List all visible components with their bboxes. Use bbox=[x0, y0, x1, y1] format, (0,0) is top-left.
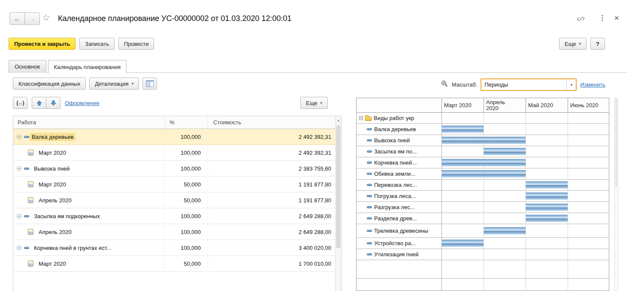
arrow-up-icon bbox=[36, 100, 42, 106]
gantt-row[interactable]: Утилизация пней bbox=[357, 249, 609, 260]
chevron-down-icon: ▾ bbox=[579, 42, 581, 46]
gantt-row[interactable]: Разгрузка лес... bbox=[357, 202, 609, 213]
change-scale-link[interactable]: Изменить bbox=[580, 81, 605, 88]
post-label: Провести bbox=[124, 41, 149, 47]
table-row[interactable]: Март 2020100,0002 492 392,31 bbox=[13, 145, 336, 161]
column-header-work[interactable]: Работа bbox=[13, 116, 165, 129]
gantt-label-text: Корчевка пней... bbox=[374, 160, 417, 165]
get-link-icon[interactable] bbox=[577, 15, 585, 24]
table-scrollbar[interactable]: ▲ bbox=[335, 116, 341, 291]
gantt-bar[interactable] bbox=[526, 215, 568, 222]
column-header-cost[interactable]: Стоимость bbox=[208, 116, 336, 129]
work-label: Март 2020 bbox=[36, 180, 68, 189]
gantt-bar[interactable] bbox=[484, 227, 526, 234]
gantt-bar[interactable] bbox=[526, 204, 568, 211]
table-row[interactable]: Апрель 202050,0001 191 877,80 bbox=[13, 192, 336, 208]
table-row[interactable]: Март 202050,0001 700 010,00 bbox=[13, 256, 336, 272]
more-button[interactable]: Еще▾ bbox=[559, 38, 587, 50]
interval-icon: (↔) bbox=[17, 100, 24, 106]
work-cell: Апрель 2020 bbox=[13, 192, 165, 208]
combo-dropdown-button[interactable]: ▾ bbox=[566, 79, 576, 90]
close-icon[interactable]: × bbox=[614, 14, 619, 22]
table-row[interactable]: Апрель 2020100,0002 649 288,00 bbox=[13, 224, 336, 240]
table-row[interactable]: Валка деревьев100,0002 492 392,31 bbox=[13, 129, 336, 145]
data-classification-button[interactable]: Классификация данных bbox=[13, 78, 86, 90]
gantt-row[interactable]: Обивка земли... bbox=[357, 168, 609, 180]
move-up-button[interactable] bbox=[32, 97, 46, 109]
scale-value: Периоды bbox=[481, 79, 566, 90]
gantt-label-cell: Устройство ра... bbox=[357, 240, 441, 246]
gantt-row[interactable]: Устройство ра... bbox=[357, 238, 609, 249]
gantt-row[interactable]: Перевозка лес... bbox=[357, 180, 609, 191]
gantt-row[interactable]: Вывозка пней bbox=[357, 135, 609, 146]
work-label: Апрель 2020 bbox=[36, 196, 74, 204]
gantt-label-text: Погрузка леса... bbox=[374, 193, 416, 199]
list-more-button[interactable]: Еще▾ bbox=[300, 97, 328, 109]
help-button[interactable]: ? bbox=[590, 38, 605, 50]
post-button[interactable]: Провести bbox=[118, 38, 154, 50]
gantt-bar[interactable] bbox=[526, 181, 568, 189]
split-table-icon bbox=[146, 80, 154, 87]
gantt-label-text: Вывозка пней bbox=[374, 138, 410, 143]
zoom-magnifier-icon[interactable] bbox=[441, 80, 448, 89]
gantt-row[interactable]: Погрузка леса... bbox=[357, 191, 609, 202]
gantt-scrollbar-thumb[interactable] bbox=[615, 99, 617, 186]
formatting-link[interactable]: Оформление bbox=[65, 100, 100, 106]
detail-button[interactable]: Детализация▾ bbox=[89, 78, 139, 90]
scroll-up-icon[interactable]: ▲ bbox=[337, 119, 340, 122]
gantt-bar[interactable] bbox=[526, 192, 568, 200]
tab-strip: Основное Календарь планирования bbox=[9, 60, 128, 73]
collapse-icon[interactable] bbox=[359, 116, 363, 120]
gantt-row[interactable]: Валка деревьев bbox=[357, 124, 609, 135]
menu-dots-icon[interactable]: ⋮ bbox=[599, 15, 606, 21]
gantt-bar[interactable] bbox=[441, 240, 484, 247]
collapse-icon[interactable] bbox=[17, 135, 21, 139]
set-interval-button[interactable]: (↔) bbox=[13, 97, 27, 109]
gantt-bar[interactable] bbox=[441, 137, 526, 144]
split-view-button[interactable] bbox=[142, 78, 157, 90]
save-button[interactable]: Записать bbox=[79, 38, 115, 50]
table-row[interactable]: Вывозка пней100,0002 383 755,60 bbox=[13, 161, 336, 177]
cost-cell: 3 400 020,00 bbox=[208, 240, 336, 255]
table-row[interactable]: Март 202050,0001 191 877,80 bbox=[13, 177, 336, 192]
scale-select[interactable]: Периоды ▾ bbox=[481, 78, 577, 91]
table-row[interactable]: Засыпка ям подкоренных100,0002 649 288,0… bbox=[13, 208, 336, 224]
calendar-icon bbox=[28, 229, 33, 235]
favorite-star-icon[interactable]: ☆ bbox=[42, 13, 50, 22]
move-down-button[interactable] bbox=[46, 97, 60, 109]
work-item-icon bbox=[367, 184, 372, 186]
collapse-icon[interactable] bbox=[17, 166, 21, 171]
gantt-row[interactable]: Разделка древ... bbox=[357, 213, 609, 224]
gantt-bar[interactable] bbox=[441, 159, 526, 166]
tab-planning-calendar[interactable]: Календарь планирования bbox=[48, 60, 127, 73]
gantt-bar[interactable] bbox=[441, 170, 526, 177]
gantt-row-root[interactable]: Виды работ укр bbox=[357, 113, 609, 124]
back-button[interactable]: ← bbox=[9, 12, 25, 25]
gantt-label-text: Утилизация пней bbox=[374, 252, 419, 257]
gantt-label-cell: Разделка древ... bbox=[357, 216, 441, 221]
table-row[interactable]: Корчевка пней в грунтах ест...100,0003 4… bbox=[13, 240, 336, 256]
work-item-icon bbox=[367, 242, 372, 244]
gantt-row[interactable]: Корчевка пней... bbox=[357, 157, 609, 168]
gantt-bar[interactable] bbox=[441, 126, 484, 133]
nav-buttons: ← → bbox=[9, 12, 40, 25]
column-header-percent[interactable]: % bbox=[165, 116, 208, 129]
gantt-label-cell: Перевозка лес... bbox=[357, 182, 441, 188]
tab-main[interactable]: Основное bbox=[9, 60, 46, 73]
gantt-row[interactable]: Трелевка древесины bbox=[357, 224, 609, 238]
gantt-row[interactable]: Засыпка ям по... bbox=[357, 146, 609, 157]
forward-button[interactable]: → bbox=[24, 12, 40, 25]
post-and-close-label: Провести и закрыть bbox=[14, 41, 70, 47]
scrollbar-thumb[interactable] bbox=[336, 125, 340, 248]
gantt-scrollbar[interactable] bbox=[614, 98, 618, 291]
work-cell: Валка деревьев bbox=[13, 129, 165, 144]
post-and-close-button[interactable]: Провести и закрыть bbox=[9, 38, 76, 50]
gantt-label-text: Разделка древ... bbox=[374, 216, 417, 221]
collapse-icon[interactable] bbox=[17, 246, 21, 250]
percent-cell: 100,000 bbox=[165, 240, 208, 255]
work-label: Март 2020 bbox=[36, 260, 68, 268]
collapse-icon[interactable] bbox=[17, 214, 21, 219]
gantt-bar[interactable] bbox=[484, 148, 526, 155]
classification-label: Классификация данных bbox=[18, 81, 80, 87]
work-table-rows: Валка деревьев100,0002 492 392,31Март 20… bbox=[13, 129, 336, 272]
